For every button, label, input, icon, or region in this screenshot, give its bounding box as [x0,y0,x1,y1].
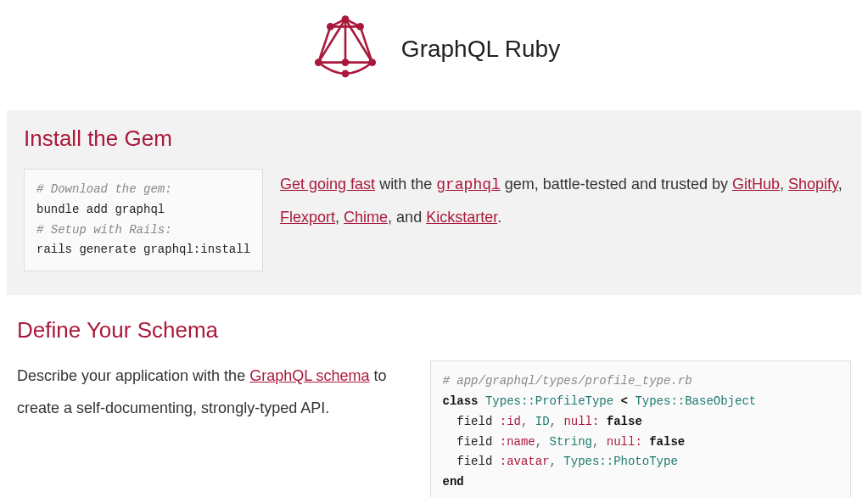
get-going-fast-link[interactable]: Get going fast [280,176,375,193]
github-link[interactable]: GitHub [732,176,780,193]
svg-point-7 [368,59,376,66]
code-comment: # Setup with Rails: [36,223,172,237]
install-heading: Install the Gem [24,126,844,152]
code-comment: # app/graphql/types/profile_type.rb [443,374,692,388]
code-type: ID [535,415,550,428]
code-type: String [550,435,592,449]
shopify-link[interactable]: Shopify [788,176,838,193]
code-comment: # Download the gem: [36,182,172,196]
code-null: null: [607,435,642,449]
svg-point-8 [341,59,349,66]
code-symbol: :avatar [500,455,550,468]
header: GraphQL Ruby [0,0,868,103]
code-field: field [456,435,492,449]
kickstarter-link[interactable]: Kickstarter [426,209,497,226]
code-type: Types::BaseObject [635,394,756,408]
schema-heading: Define Your Schema [17,317,851,343]
graphql-gem-link[interactable]: graphql [436,176,501,193]
code-type: Types::PhotoType [563,455,677,468]
code-false: false [607,415,642,428]
install-code-block: # Download the gem: bundle add graphql #… [24,169,263,271]
code-false: false [649,435,685,449]
code-type: Types::ProfileType [485,394,613,408]
code-keyword: end [443,475,464,489]
page-title: GraphQL Ruby [401,36,560,63]
schema-section: Define Your Schema Describe your applica… [0,302,868,497]
code-line: bundle add graphql [36,203,165,216]
svg-point-3 [341,15,349,23]
flexport-link[interactable]: Flexport [280,209,335,226]
code-symbol: :name [500,435,535,449]
graphql-ruby-logo-icon [308,10,383,88]
install-section: Install the Gem # Download the gem: bund… [7,110,861,295]
svg-point-9 [341,70,349,77]
code-field: field [456,415,492,428]
schema-description: Describe your application with the Graph… [17,360,413,425]
code-keyword: class [443,394,479,408]
svg-point-5 [356,23,364,31]
chime-link[interactable]: Chime [344,209,388,226]
install-description: Get going fast with the graphql gem, bat… [280,169,844,234]
graphql-schema-link[interactable]: GraphQL schema [249,367,369,384]
svg-point-4 [327,23,334,31]
code-field: field [456,455,492,468]
code-line: rails generate graphql:install [36,243,250,256]
code-symbol: :id [500,415,521,428]
code-null: null: [563,415,599,428]
svg-point-6 [315,59,322,66]
schema-code-block: # app/graphql/types/profile_type.rb clas… [430,360,852,497]
